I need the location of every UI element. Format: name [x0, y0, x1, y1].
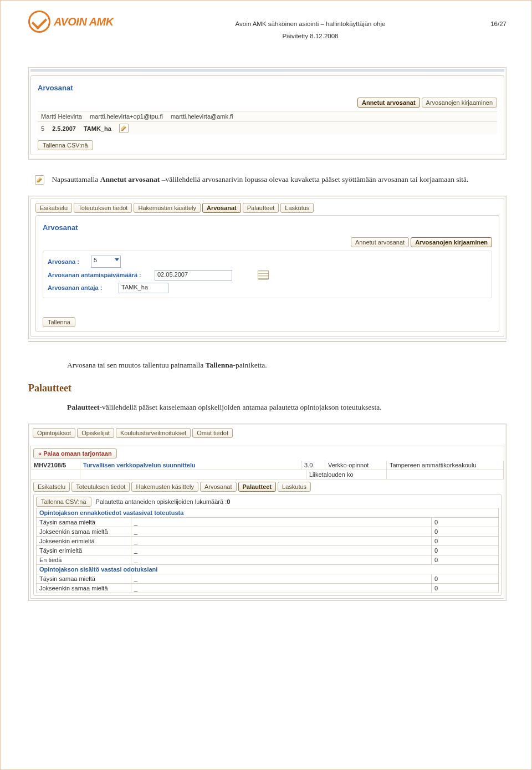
subtab-toteutuksen-tiedot[interactable]: Toteutuksen tiedot — [71, 482, 130, 492]
subtab-palautteet[interactable]: Palautteet — [238, 482, 277, 492]
panel2-title: Arvosanat — [43, 223, 492, 232]
grade-date: 2.5.2007 — [52, 125, 76, 132]
tab-arvosanat[interactable]: Arvosanat — [202, 203, 241, 213]
save-button[interactable]: Tallenna — [43, 317, 75, 327]
logo-check-icon — [28, 11, 50, 33]
subtab-laskutus[interactable]: Laskutus — [278, 482, 311, 492]
doc-updated: Päivitetty 8.12.2008 — [130, 33, 491, 39]
tab-koulutustarveilmoitukset[interactable]: Koulutustarveilmoitukset — [116, 428, 191, 438]
edit-icon[interactable] — [119, 124, 129, 133]
feedback-count-label: Palautetta antaneiden opiskelijoiden luk… — [96, 498, 231, 505]
subtab-arvosanat[interactable]: Arvosanat — [200, 482, 237, 492]
student-email2: martti.helevirta@amk.fi — [171, 113, 233, 120]
giver-label: Arvosanan antaja : — [48, 284, 114, 291]
date-input[interactable]: 02.05.2007 — [155, 270, 232, 281]
tab-omat-tiedot[interactable]: Omat tiedot — [192, 428, 233, 438]
tab-laskutus[interactable]: Laskutus — [280, 203, 314, 213]
student-name: Martti Helevirta — [41, 113, 82, 120]
back-button[interactable]: « Palaa omaan tarjontaan — [33, 448, 117, 458]
question-2: Opintojakson sisältö vastasi odotuksiani — [37, 564, 499, 574]
paragraph-save-instruction: Arvosana tai sen muutos tallentuu painam… — [67, 360, 500, 371]
doc-title: Avoin AMK sähköinen asiointi – hallintok… — [130, 21, 491, 27]
question-1: Opintojakson ennakkotiedot vastasivat to… — [37, 508, 499, 517]
course-dept: Liiketalouden ko — [306, 470, 387, 480]
feedback-panel: Opintojaksot Opiskelijat Koulutustarveil… — [28, 424, 507, 601]
calendar-icon[interactable] — [258, 270, 269, 280]
grades-edit-panel: Esikatselu Toteutuksen tiedot Hakemusten… — [28, 196, 507, 339]
subtab-kirjaaminen[interactable]: Arvosanojen kirjaaminen — [411, 237, 492, 247]
student-email1: martti.helevirta+op1@tpu.fi — [90, 113, 163, 120]
grade-label: Arvosana : — [48, 258, 86, 265]
giver-input[interactable]: TAMK_ha — [119, 283, 168, 293]
course-code: MHV2108/5 — [31, 461, 80, 470]
subtab-annetut[interactable]: Annetut arvosanat — [351, 237, 409, 247]
feedback-table-1: Opintojakson ennakkotiedot vastasivat to… — [36, 508, 499, 593]
paragraph-edit-instruction: Napsauttamalla Annetut arvosanat –välile… — [35, 174, 500, 186]
tab-annetut-arvosanat[interactable]: Annetut arvosanat — [357, 98, 420, 108]
table-row: En tiedä_0 — [37, 555, 499, 564]
tab-opintojaksot[interactable]: Opintojaksot — [33, 428, 75, 438]
table-row: Jokseenkin samaa mieltä_0 — [37, 527, 499, 536]
tab-palautteet[interactable]: Palautteet — [243, 203, 279, 213]
tab-opiskelijat[interactable]: Opiskelijat — [77, 428, 114, 438]
tab-esikatselu[interactable]: Esikatselu — [35, 203, 72, 213]
table-row: Täysin samaa mieltä_0 — [37, 517, 499, 527]
grades-panel-preview: Arvosanat Annetut arvosanat Arvosanojen … — [28, 67, 507, 160]
grade-number: 5 — [41, 125, 44, 132]
subtab-esikatselu[interactable]: Esikatselu — [33, 482, 70, 492]
table-row: Täysin erimieltä_0 — [37, 545, 499, 555]
logo-text: AVOIN AMK — [54, 16, 114, 28]
tab-arvosanojen-kirjaaminen[interactable]: Arvosanojen kirjaaminen — [422, 98, 497, 108]
date-label: Arvosanan antamispäivämäärä : — [48, 272, 150, 278]
course-credits: 3.0 — [301, 461, 325, 470]
tab-toteutuksen-tiedot[interactable]: Toteutuksen tiedot — [74, 203, 132, 213]
panel1-title: Arvosanat — [38, 84, 497, 92]
subtab-hakemusten-kasittely[interactable]: Hakemusten käsittely — [131, 482, 198, 492]
paragraph-feedback-instruction: Palautteet-välilehdellä pääset katselema… — [67, 402, 500, 414]
save-csv-button[interactable]: Tallenna CSV:nä — [38, 140, 93, 150]
grade-select[interactable]: 5 — [91, 256, 121, 268]
course-org: Tampereen ammattikorkeakoulu — [387, 461, 504, 470]
logo: AVOIN AMK — [28, 11, 114, 33]
table-row: Täysin samaa mieltä_0 — [37, 574, 499, 583]
heading-palautteet: Palautteet — [28, 383, 507, 394]
course-name: Turvallisen verkkopalvelun suunnittelu — [80, 461, 301, 470]
page-number: 16/27 — [490, 21, 507, 27]
tab-hakemusten-kasittely[interactable]: Hakemusten käsittely — [134, 203, 201, 213]
edit-icon — [35, 175, 44, 185]
table-row: Jokseenkin erimieltä_0 — [37, 536, 499, 545]
save-csv-button-2[interactable]: Tallenna CSV:nä — [36, 497, 91, 507]
table-row: Jokseenkin samaa mieltä_0 — [37, 583, 499, 593]
grade-user: TAMK_ha — [84, 125, 111, 132]
course-type: Verkko-opinnot — [325, 461, 387, 470]
